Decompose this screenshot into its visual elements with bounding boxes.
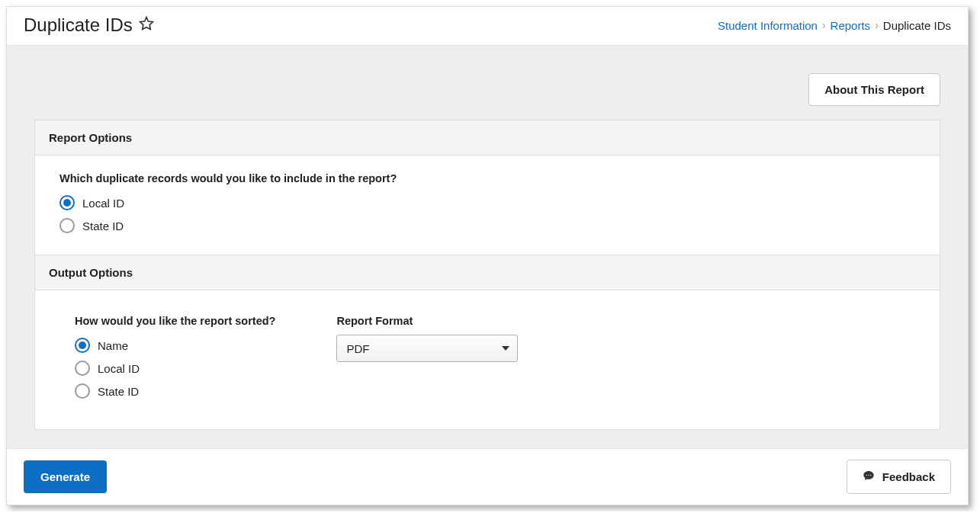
chat-icon xyxy=(863,470,875,484)
options-panel: Report Options Which duplicate records w… xyxy=(34,120,940,430)
radio-icon xyxy=(75,338,90,353)
feedback-label: Feedback xyxy=(882,470,935,483)
radio-label: Local ID xyxy=(82,197,124,210)
svg-marker-0 xyxy=(140,18,153,30)
top-bar: Duplicate IDs Student Information › Repo… xyxy=(7,7,968,46)
radio-icon xyxy=(59,218,75,233)
chevron-right-icon: › xyxy=(875,19,879,31)
content-area: About This Report Report Options Which d… xyxy=(7,46,968,448)
output-options-body: How would you like the report sorted? Na… xyxy=(35,290,940,429)
radio-icon xyxy=(75,361,90,376)
radio-state-id[interactable]: State ID xyxy=(59,218,915,233)
star-icon[interactable] xyxy=(139,16,154,34)
breadcrumb-link-reports[interactable]: Reports xyxy=(831,19,871,32)
radio-sort-name[interactable]: Name xyxy=(75,338,275,353)
radio-sort-state-id[interactable]: State ID xyxy=(75,383,275,399)
page-title: Duplicate IDs xyxy=(24,14,133,36)
radio-label: Local ID xyxy=(98,362,140,375)
radio-icon xyxy=(59,195,75,210)
chevron-right-icon: › xyxy=(822,19,826,31)
title-wrap: Duplicate IDs xyxy=(24,14,154,36)
generate-button[interactable]: Generate xyxy=(24,460,107,493)
bottom-bar: Generate Feedback xyxy=(7,448,968,505)
report-options-body: Which duplicate records would you like t… xyxy=(35,156,940,255)
radio-label: State ID xyxy=(98,385,139,398)
sort-question: How would you like the report sorted? xyxy=(75,315,275,327)
report-format-value: PDF xyxy=(346,342,369,355)
caret-down-icon xyxy=(502,346,509,351)
report-format-label: Report Format xyxy=(336,315,518,327)
radio-sort-local-id[interactable]: Local ID xyxy=(75,361,275,376)
output-options-header: Output Options xyxy=(35,255,940,290)
report-options-header: Report Options xyxy=(35,120,940,156)
breadcrumb-link-student-information[interactable]: Student Information xyxy=(718,19,818,32)
report-format-select[interactable]: PDF xyxy=(336,335,518,362)
breadcrumb-current: Duplicate IDs xyxy=(883,19,951,32)
breadcrumb: Student Information › Reports › Duplicat… xyxy=(718,19,951,32)
about-row: About This Report xyxy=(7,46,968,120)
sort-radio-group: Name Local ID State ID xyxy=(75,338,275,399)
feedback-button[interactable]: Feedback xyxy=(847,460,951,494)
radio-label: Name xyxy=(98,339,128,352)
app-window: Duplicate IDs Student Information › Repo… xyxy=(6,6,969,505)
radio-local-id[interactable]: Local ID xyxy=(59,195,915,210)
panel-container: Report Options Which duplicate records w… xyxy=(34,120,940,448)
radio-label: State ID xyxy=(82,220,124,232)
sort-column: How would you like the report sorted? Na… xyxy=(75,315,275,399)
about-this-report-button[interactable]: About This Report xyxy=(808,73,940,106)
duplicate-records-question: Which duplicate records would you like t… xyxy=(59,172,915,184)
format-column: Report Format PDF xyxy=(336,315,518,399)
radio-icon xyxy=(75,383,90,399)
duplicate-records-radio-group: Local ID State ID xyxy=(59,195,915,233)
